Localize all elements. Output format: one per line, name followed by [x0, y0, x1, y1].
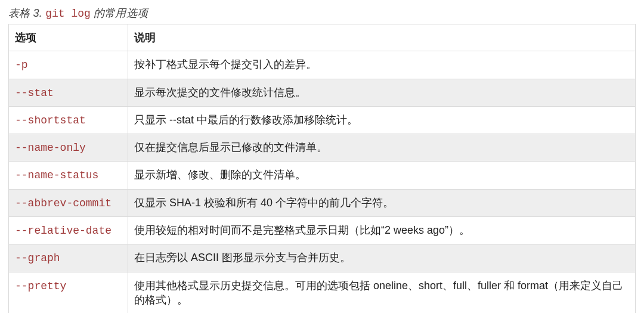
table-row: --abbrev-commit仅显示 SHA-1 校验和所有 40 个字符中的前… [9, 189, 636, 216]
caption-prefix: 表格 3. [8, 7, 45, 19]
description-cell: 使用其他格式显示历史提交信息。可用的选项包括 oneline、short、ful… [128, 272, 636, 313]
caption-code: git log [45, 8, 91, 20]
description-text: 在日志旁以 ASCII 图形显示分支与合并历史。 [134, 252, 351, 264]
description-text: 仅在提交信息后显示已修改的文件清单。 [134, 141, 327, 153]
description-cell: 使用较短的相对时间而不是完整格式显示日期（比如“2 weeks ago”）。 [128, 217, 636, 244]
option-code: -p [15, 59, 28, 71]
table-row: --pretty使用其他格式显示历史提交信息。可用的选项包括 oneline、s… [9, 272, 636, 313]
description-cell: 仅显示 SHA-1 校验和所有 40 个字符中的前几个字符。 [128, 189, 636, 216]
description-cell: 显示新增、修改、删除的文件清单。 [128, 162, 636, 189]
description-text: 只显示 --stat 中最后的行数修改添加移除统计。 [134, 114, 358, 126]
table-header-row: 选项 说明 [9, 24, 636, 51]
description-text: 按补丁格式显示每个提交引入的差异。 [134, 58, 317, 70]
table-row: --name-only仅在提交信息后显示已修改的文件清单。 [9, 134, 636, 162]
option-cell: --shortstat [9, 106, 128, 134]
option-code: --relative-date [15, 225, 112, 237]
option-cell: -p [9, 51, 128, 79]
description-text: 使用其他格式显示历史提交信息。可用的选项包括 oneline、short、ful… [134, 280, 623, 306]
description-text: 显示新增、修改、删除的文件清单。 [134, 169, 306, 181]
description-cell: 仅在提交信息后显示已修改的文件清单。 [128, 134, 636, 162]
option-code: --abbrev-commit [15, 197, 112, 209]
option-cell: --stat [9, 79, 128, 106]
description-cell: 只显示 --stat 中最后的行数修改添加移除统计。 [128, 106, 636, 134]
option-code: --graph [15, 252, 60, 264]
option-cell: --pretty [9, 272, 128, 313]
description-cell: 显示每次提交的文件修改统计信息。 [128, 79, 636, 106]
description-cell: 按补丁格式显示每个提交引入的差异。 [128, 51, 636, 79]
description-text: 仅显示 SHA-1 校验和所有 40 个字符中的前几个字符。 [134, 197, 394, 209]
option-cell: --graph [9, 244, 128, 272]
option-cell: --relative-date [9, 217, 128, 244]
description-text: 显示每次提交的文件修改统计信息。 [134, 86, 306, 98]
option-code: --name-status [15, 169, 98, 181]
option-code: --shortstat [15, 114, 86, 126]
table-caption: 表格 3. git log 的常用选项 [8, 6, 636, 20]
option-code: --pretty [15, 280, 66, 292]
table-row: --graph在日志旁以 ASCII 图形显示分支与合并历史。 [9, 244, 636, 272]
table-row: --relative-date使用较短的相对时间而不是完整格式显示日期（比如“2… [9, 217, 636, 244]
option-code: --stat [15, 87, 54, 99]
table-row: --stat显示每次提交的文件修改统计信息。 [9, 79, 636, 106]
caption-suffix: 的常用选项 [91, 7, 148, 19]
description-text: 使用较短的相对时间而不是完整格式显示日期（比如“2 weeks ago”）。 [134, 224, 470, 236]
table-row: -p按补丁格式显示每个提交引入的差异。 [9, 51, 636, 79]
table-row: --shortstat只显示 --stat 中最后的行数修改添加移除统计。 [9, 106, 636, 134]
option-cell: --name-status [9, 162, 128, 189]
col-header-option: 选项 [9, 24, 128, 51]
option-cell: --name-only [9, 134, 128, 162]
option-cell: --abbrev-commit [9, 189, 128, 216]
option-code: --name-only [15, 142, 86, 154]
options-table: 选项 说明 -p按补丁格式显示每个提交引入的差异。--stat显示每次提交的文件… [8, 24, 636, 313]
description-cell: 在日志旁以 ASCII 图形显示分支与合并历史。 [128, 244, 636, 272]
col-header-desc: 说明 [128, 24, 636, 51]
table-row: --name-status显示新增、修改、删除的文件清单。 [9, 162, 636, 189]
